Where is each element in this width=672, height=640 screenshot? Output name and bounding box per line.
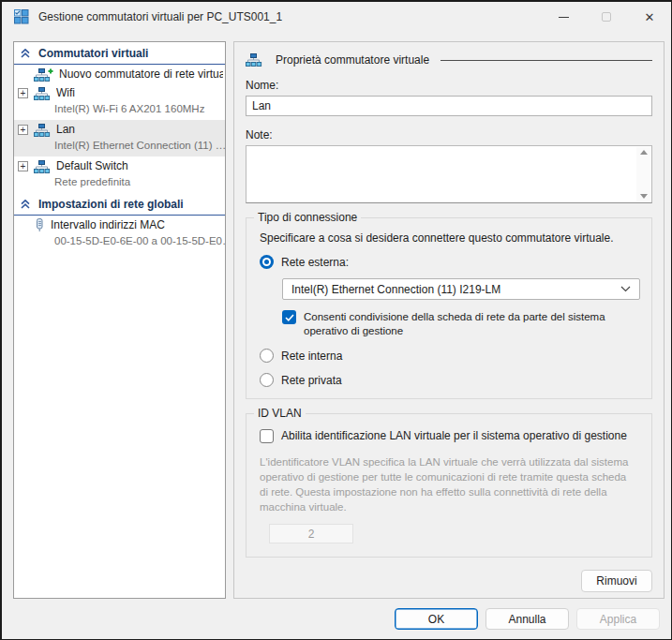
checkbox-unchecked-icon[interactable] (260, 429, 274, 443)
tree-item-label: Wifi (56, 86, 75, 100)
remove-button[interactable]: Rimuovi (581, 570, 652, 592)
connection-type-title: Tipo di connessione (254, 211, 361, 224)
tree-item-wifi[interactable]: + Wifi (14, 83, 225, 102)
radio-selected-icon[interactable] (260, 255, 274, 269)
tree-item-default-subtitle[interactable]: Rete predefinita (14, 175, 225, 193)
tree-item-lan[interactable]: + Lan (14, 120, 225, 139)
notes-scrollbar[interactable] (636, 147, 650, 201)
section-rule (441, 60, 652, 61)
virtual-switch-manager-window: Gestione commutatori virtuali per PC_UTS… (0, 0, 672, 640)
tree-item-lan-subtitle[interactable]: Intel(R) Ethernet Connection (11) … (14, 139, 225, 156)
enable-vlan-checkbox-row[interactable]: Abilita identificazione LAN virtuale per… (260, 429, 640, 443)
internal-network-label: Rete interna (281, 350, 342, 363)
internal-network-radio-row[interactable]: Rete interna (260, 349, 640, 363)
notes-label: Note: (246, 128, 652, 141)
connection-type-group: Tipo di connessione Specificare a cosa s… (246, 217, 652, 399)
private-network-radio-row[interactable]: Rete privata (260, 373, 640, 387)
tree-item-label: Nuovo commutatore di rete virtuale (59, 67, 223, 82)
notes-field-wrapper (246, 145, 652, 203)
vlan-group-title: ID VLAN (254, 407, 306, 420)
private-network-label: Rete privata (281, 374, 342, 387)
titlebar: Gestione commutatori virtuali per PC_UTS… (2, 2, 671, 32)
tree-section-label: Commutatori virtuali (38, 47, 148, 60)
window-title: Gestione commutatori virtuali per PC_UTS… (38, 10, 282, 23)
properties-section-header: Proprietà commutatore virtuale (246, 53, 652, 67)
window-controls: ✕ (542, 2, 671, 32)
connection-description: Specificare a cosa si desidera connetter… (260, 231, 640, 245)
share-adapter-label: Consenti condivisione della scheda di re… (304, 310, 640, 338)
scroll-up-icon[interactable] (640, 150, 648, 155)
tree-section-label: Impostazioni di rete globali (38, 198, 184, 211)
close-button[interactable]: ✕ (628, 2, 671, 32)
minimize-button[interactable] (542, 2, 585, 32)
virtual-switch-icon (34, 160, 51, 173)
expand-icon[interactable]: + (18, 125, 28, 135)
switch-name-input[interactable] (246, 96, 652, 116)
share-adapter-checkbox-row[interactable]: Consenti condivisione della scheda di re… (282, 310, 640, 338)
radio-unselected-icon[interactable] (260, 373, 274, 387)
tree-item-mac-subtitle[interactable]: 00-15-5D-E0-6E-00 a 00-15-5D-E0… (14, 234, 225, 252)
external-network-radio-row[interactable]: Rete esterna: (260, 255, 640, 269)
tree-item-label: Intervallo indirizzi MAC (51, 218, 165, 232)
virtual-switch-icon (34, 87, 51, 100)
chevron-down-icon (620, 286, 631, 292)
remove-button-row: Rimuovi (246, 570, 652, 592)
tree-item-new-switch[interactable]: Nuovo commutatore di rete virtuale (14, 65, 225, 83)
tree-section-global-settings[interactable]: Impostazioni di rete globali (14, 193, 225, 216)
vlan-id-input (269, 524, 353, 543)
enable-vlan-label: Abilita identificazione LAN virtuale per… (281, 429, 627, 443)
close-icon: ✕ (645, 11, 655, 23)
tree-item-wifi-subtitle[interactable]: Intel(R) Wi-Fi 6 AX201 160MHz (14, 102, 225, 120)
tree-item-default-switch[interactable]: + Default Switch (14, 156, 225, 175)
tree-item-label: Lan (56, 123, 75, 137)
tree-item-label: Default Switch (56, 159, 128, 173)
external-network-label: Rete esterna: (281, 256, 349, 269)
virtual-switch-icon (34, 124, 51, 137)
vlan-description: L'identificatore VLAN specifica la LAN v… (260, 454, 630, 514)
radio-unselected-icon[interactable] (260, 349, 274, 363)
maximize-button[interactable] (585, 2, 628, 32)
checkbox-checked-icon[interactable] (282, 310, 296, 324)
scroll-down-icon[interactable] (640, 194, 648, 199)
maximize-icon (602, 12, 611, 22)
expand-icon[interactable]: + (18, 161, 28, 171)
ok-button[interactable]: OK (395, 608, 478, 630)
tree-section-virtual-switches[interactable]: Commutatori virtuali (14, 42, 225, 65)
expand-icon[interactable]: + (18, 88, 28, 98)
apply-button: Applica (576, 608, 660, 630)
tree-item-mac-range[interactable]: Intervallo indirizzi MAC (14, 216, 225, 234)
switch-tree-panel: Commutatori virtuali Nuovo commutatore d… (13, 41, 226, 599)
notes-textarea[interactable] (246, 146, 635, 202)
mac-address-range-icon (34, 218, 45, 232)
switch-properties-panel: Proprietà commutatore virtuale Nome: Not… (233, 41, 665, 599)
adapter-selected-value: Intel(R) Ethernet Connection (11) I219-L… (291, 283, 500, 296)
collapse-chevrons-icon (21, 49, 30, 58)
new-virtual-switch-icon (34, 68, 53, 82)
section-title: Proprietà commutatore virtuale (276, 53, 429, 67)
hyperv-switch-manager-icon (14, 9, 29, 24)
name-label: Nome: (246, 79, 652, 92)
virtual-switch-icon (246, 53, 262, 67)
minimize-icon (559, 17, 569, 18)
cancel-button[interactable]: Annulla (485, 608, 569, 630)
adapter-dropdown[interactable]: Intel(R) Ethernet Connection (11) I219-L… (282, 278, 640, 300)
collapse-chevrons-icon (21, 200, 30, 209)
vlan-id-group: ID VLAN Abilita identificazione LAN virt… (246, 413, 652, 558)
dialog-footer: OK Annulla Applica (395, 608, 660, 630)
